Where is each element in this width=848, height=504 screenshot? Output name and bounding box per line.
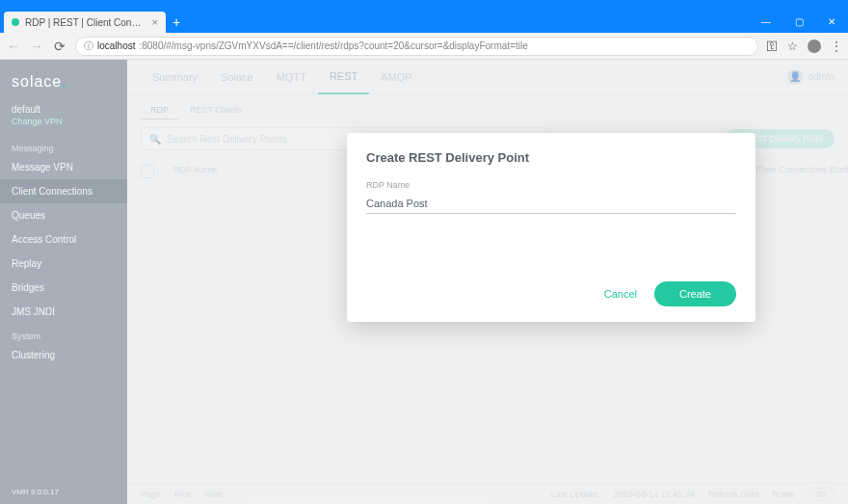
new-tab-button[interactable]: + xyxy=(166,12,187,33)
tab-title: RDP | REST | Client Connections xyxy=(25,17,146,28)
window-minimize-button[interactable]: — xyxy=(750,10,782,33)
sidebar-section-system: System xyxy=(0,324,127,343)
change-vpn-link[interactable]: Change VPN xyxy=(0,115,127,136)
sidebar-item-clustering[interactable]: Clustering xyxy=(0,343,127,367)
profile-avatar[interactable] xyxy=(808,40,821,53)
sidebar-section-messaging: Messaging xyxy=(0,136,127,155)
sidebar-item-client-connections[interactable]: Client Connections xyxy=(0,179,127,203)
window-maximize-button[interactable]: ▢ xyxy=(782,10,815,33)
nav-reload-button[interactable]: ⟳ xyxy=(52,39,67,54)
key-icon[interactable]: ⚿ xyxy=(766,40,778,53)
close-tab-icon[interactable]: × xyxy=(152,16,158,28)
sidebar-item-bridges[interactable]: Bridges xyxy=(0,276,127,300)
bookmark-star-icon[interactable]: ☆ xyxy=(787,40,798,53)
rdp-name-input[interactable] xyxy=(366,195,736,214)
sidebar: solace. default Change VPN Messaging Mes… xyxy=(0,60,127,504)
logo: solace. xyxy=(0,60,127,100)
rdp-name-label: RDP Name xyxy=(366,180,736,190)
cancel-button[interactable]: Cancel xyxy=(604,288,637,300)
address-path: :8080/#/msg-vpns/ZGVmYXVsdA==/client/res… xyxy=(139,40,527,51)
nav-back-button[interactable]: ← xyxy=(6,39,21,54)
favicon xyxy=(12,18,19,26)
create-button[interactable]: Create xyxy=(654,281,736,306)
create-rdp-modal: Create REST Delivery Point RDP Name Canc… xyxy=(347,133,755,322)
sidebar-version: VMR 9.0.0.17 xyxy=(0,480,127,504)
sidebar-item-jms-jndi[interactable]: JMS JNDI xyxy=(0,300,127,324)
sidebar-item-queues[interactable]: Queues xyxy=(0,203,127,227)
address-host: localhost xyxy=(97,40,135,51)
modal-title: Create REST Delivery Point xyxy=(366,150,736,165)
sidebar-item-access-control[interactable]: Access Control xyxy=(0,227,127,252)
sidebar-item-replay[interactable]: Replay xyxy=(0,252,127,276)
sidebar-item-message-vpn[interactable]: Message VPN xyxy=(0,155,127,179)
address-bar[interactable]: ⓘ localhost :8080/#/msg-vpns/ZGVmYXVsdA=… xyxy=(75,37,758,56)
window-close-button[interactable]: ✕ xyxy=(815,10,848,33)
vpn-name: default xyxy=(0,100,127,115)
browser-menu-icon[interactable]: ⋮ xyxy=(831,40,842,53)
site-info-icon[interactable]: ⓘ xyxy=(84,40,93,53)
browser-tab[interactable]: RDP | REST | Client Connections × xyxy=(4,12,166,33)
nav-forward-button[interactable]: → xyxy=(29,39,44,54)
